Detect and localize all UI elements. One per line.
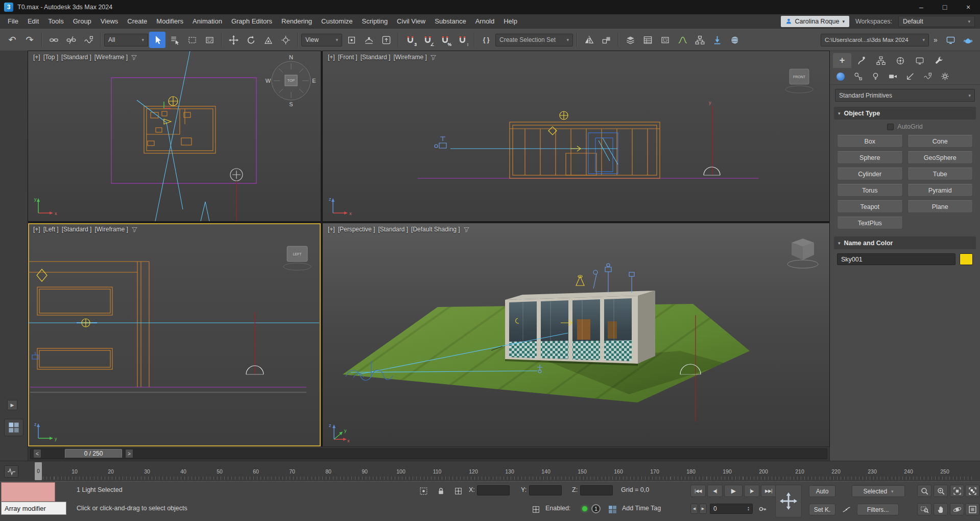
menu-item-rendering[interactable]: Rendering	[277, 14, 317, 28]
viewport-menu-plus[interactable]: [+]	[328, 54, 335, 61]
menu-item-tools[interactable]: Tools	[43, 14, 68, 28]
viewport-pov-label[interactable]: [Perspective ]	[338, 226, 375, 233]
curve-editor-button[interactable]	[674, 32, 690, 48]
key-filters-button[interactable]: Filters...	[857, 504, 899, 515]
spinner-snap-button[interactable]: ↕	[454, 32, 470, 48]
zoom-extents-button[interactable]	[950, 485, 964, 497]
orbit-button[interactable]	[950, 503, 964, 515]
object-type-button-tube[interactable]: Tube	[907, 168, 973, 180]
select-and-manipulate-button[interactable]	[361, 32, 377, 48]
menu-item-graph-editors[interactable]: Graph Editors	[227, 14, 277, 28]
category-helpers[interactable]	[903, 70, 917, 83]
select-by-name-button[interactable]	[166, 32, 183, 48]
tab-motion[interactable]	[891, 53, 910, 68]
key-mode-toggle[interactable]	[756, 503, 769, 514]
view-cube[interactable]	[782, 231, 823, 277]
menu-item-customize[interactable]: Customize	[317, 14, 357, 28]
use-pivot-center-button[interactable]	[343, 32, 360, 48]
track-bar[interactable]: 0102030405060708090100110120130140150160…	[0, 461, 980, 481]
camera-gizmo[interactable]	[435, 137, 446, 148]
object-type-button-cylinder[interactable]: Cylinder	[837, 168, 903, 180]
redo-button[interactable]: ↷	[21, 32, 38, 48]
key-selection-dropdown[interactable]: Selected ▾	[852, 485, 905, 497]
keyboard-override-button[interactable]	[378, 32, 394, 48]
viewport-filter-icon[interactable]	[430, 54, 437, 61]
workspace-dropdown[interactable]: Default ▾	[898, 16, 975, 27]
schematic-view-button[interactable]	[691, 32, 708, 48]
object-type-button-plane[interactable]: Plane	[907, 200, 973, 213]
category-shapes[interactable]	[851, 70, 865, 83]
pan-button[interactable]	[934, 503, 948, 515]
viewport-pov-label[interactable]: [Front ]	[338, 54, 357, 61]
animation-toggle-icon[interactable]	[529, 504, 542, 515]
z-coordinate-field[interactable]	[580, 485, 613, 495]
select-object-button[interactable]	[149, 32, 165, 48]
camera-target-circle[interactable]	[230, 169, 243, 181]
menu-item-views[interactable]: Views	[96, 14, 123, 28]
menu-item-edit[interactable]: Edit	[23, 14, 43, 28]
viewport-menu-plus[interactable]: [+]	[328, 226, 335, 233]
scene-explorer-button[interactable]	[639, 32, 656, 48]
viewport-renderer-label[interactable]: [Standard ]	[62, 226, 92, 233]
object-type-button-sphere[interactable]: Sphere	[837, 151, 903, 164]
percent-snap-button[interactable]: %	[437, 32, 453, 48]
object-type-rollout-header[interactable]: ▾ Object Type	[834, 107, 976, 120]
time-tag-icon-button[interactable]	[606, 504, 619, 515]
go-to-start-button[interactable]: |◀◀	[690, 485, 706, 497]
name-color-rollout-header[interactable]: ▾ Name and Color	[834, 236, 976, 249]
autogrid-checkbox[interactable]	[887, 124, 894, 130]
isolate-selection-button[interactable]	[417, 485, 430, 496]
previous-key-button[interactable]: ◀|	[707, 485, 723, 497]
select-and-scale-button[interactable]	[260, 32, 276, 48]
align-button[interactable]	[598, 32, 614, 48]
viewport-menu-plus[interactable]: [+]	[33, 226, 40, 233]
time-slider-handle[interactable]: 0 / 250	[65, 449, 122, 458]
menu-item-create[interactable]: Create	[123, 14, 152, 28]
left-viewport-scene[interactable]	[28, 223, 321, 446]
undo-button[interactable]: ↶	[4, 32, 20, 48]
selection-filter-dropdown[interactable]: All ▾	[104, 34, 148, 46]
floorplan-wireframe[interactable]	[144, 106, 216, 153]
perspective-viewport-scene[interactable]	[323, 223, 829, 446]
window-crossing-button[interactable]	[201, 32, 218, 48]
project-path-dropdown[interactable]: C:\Users\carol...s\3ds Max 2024 ▾	[821, 34, 929, 46]
viewport-renderer-label[interactable]: [Standard ]	[378, 226, 408, 233]
minimize-button[interactable]: –	[910, 0, 933, 14]
absolute-offset-toggle[interactable]	[451, 485, 465, 496]
close-button[interactable]: ×	[957, 0, 980, 14]
menu-item-group[interactable]: Group	[68, 14, 96, 28]
frame-forward-spinner[interactable]: ▶	[699, 504, 707, 514]
next-key-button[interactable]: |▶	[744, 485, 759, 497]
category-space-warps[interactable]	[921, 70, 934, 83]
viewport-left[interactable]: [+] [Left ] [Standard ] [Wireframe ]	[28, 223, 321, 446]
render-production-button[interactable]	[960, 32, 976, 48]
viewport-shading-label[interactable]: [Wireframe ]	[94, 226, 128, 233]
next-frame-button[interactable]: >	[125, 449, 133, 458]
mini-curve-editor-button[interactable]	[4, 465, 18, 478]
viewport-renderer-label[interactable]: [Standard ]	[61, 54, 91, 61]
category-lights[interactable]	[869, 70, 882, 83]
reference-coordinate-dropdown[interactable]: View ▾	[301, 34, 342, 46]
toolbar-overflow-button[interactable]: »	[930, 32, 941, 48]
maximize-viewport-button[interactable]	[965, 503, 979, 515]
material-editor-button[interactable]	[726, 32, 743, 48]
object-type-button-geosphere[interactable]: GeoSphere	[907, 151, 973, 164]
layer-explorer-button[interactable]	[622, 32, 638, 48]
building-elevation-wireframe[interactable]	[510, 122, 660, 178]
viewport-pov-label[interactable]: [Top ]	[43, 54, 58, 61]
bind-to-space-warp-button[interactable]	[80, 32, 97, 48]
zoom-all-button[interactable]	[934, 485, 948, 497]
tab-utilities[interactable]	[930, 53, 948, 68]
viewport-shading-label[interactable]: [Default Shading ]	[411, 226, 460, 233]
menu-item-scripting[interactable]: Scripting	[357, 14, 393, 28]
viewport-renderer-label[interactable]: [Standard ]	[361, 54, 391, 61]
previous-frame-button[interactable]: <	[33, 449, 41, 458]
viewport-filter-icon[interactable]	[463, 226, 470, 233]
selection-region-button[interactable]	[184, 32, 200, 48]
maximize-button[interactable]: □	[933, 0, 957, 14]
selection-lock-button[interactable]	[434, 485, 447, 496]
viewport-shading-label[interactable]: [Wireframe ]	[393, 54, 426, 61]
object-type-button-textplus[interactable]: TextPlus	[837, 217, 903, 229]
view-compass[interactable]: TOP N W E S	[263, 51, 319, 107]
roof-light-gizmos[interactable]	[593, 264, 634, 293]
